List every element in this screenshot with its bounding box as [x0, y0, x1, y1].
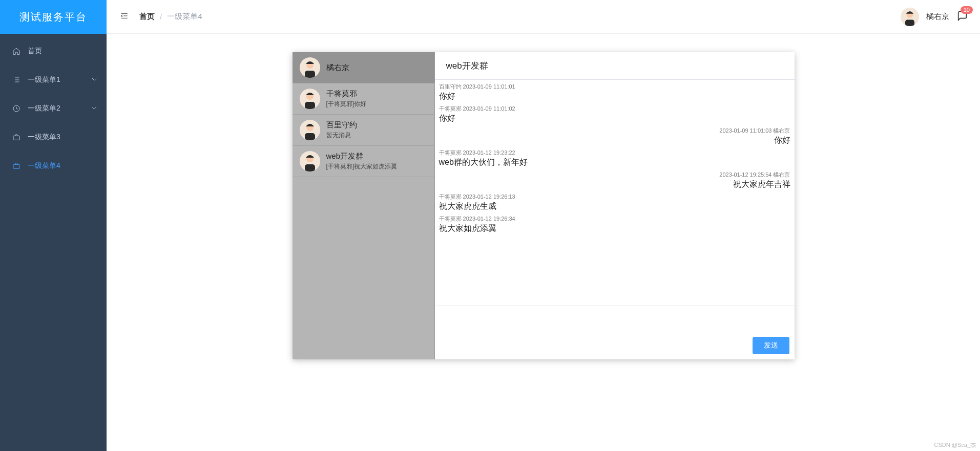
- message-text: 祝大家如虎添翼: [439, 223, 790, 234]
- message-list[interactable]: 百里守约 2023-01-09 11:01:01 你好 干将莫邪 2023-01…: [435, 80, 795, 306]
- svg-rect-23: [305, 102, 315, 109]
- contact-item[interactable]: 百里守约 暂无消息: [293, 115, 434, 146]
- app-logo: 测试服务平台: [0, 0, 107, 34]
- svg-rect-20: [305, 71, 315, 78]
- svg-rect-26: [305, 133, 315, 140]
- message-text: 你好: [439, 135, 790, 146]
- message-meta: 干将莫邪 2023-01-12 19:23:22: [439, 149, 790, 157]
- list-icon: [10, 76, 23, 84]
- avatar-icon: [300, 89, 320, 109]
- breadcrumb: 首页 / 一级菜单4: [139, 12, 202, 22]
- message-text: web群的大伙们，新年好: [439, 157, 790, 168]
- header-username: 橘右京: [926, 12, 949, 22]
- message-meta: 百里守约 2023-01-09 11:01:01: [439, 83, 790, 91]
- avatar-icon: [300, 151, 320, 171]
- contact-preview: [干将莫邪]你好: [326, 100, 367, 109]
- breadcrumb-root[interactable]: 首页: [139, 12, 155, 22]
- message: 干将莫邪 2023-01-12 19:26:13 祝大家虎虎生威: [439, 193, 790, 212]
- messages-button[interactable]: 10: [956, 10, 968, 24]
- sidebar-item-menu1[interactable]: 一级菜单1: [0, 66, 107, 94]
- message-meta: 2023-01-09 11:01:03 橘右京: [439, 127, 790, 135]
- sidebar-menu: 首页 一级菜单1 一级菜单2 一级菜单3 一级菜单4: [0, 34, 107, 451]
- contact-list: 橘右京 干将莫邪 [干将莫邪]你好 百里守约 暂无消息 web开发群 [干将莫邪…: [293, 52, 435, 359]
- sidebar-item-label: 一级菜单2: [28, 104, 60, 113]
- message: 干将莫邪 2023-01-12 19:26:34 祝大家如虎添翼: [439, 215, 790, 234]
- send-button[interactable]: 发送: [753, 337, 789, 354]
- breadcrumb-current: 一级菜单4: [167, 12, 202, 22]
- message: 干将莫邪 2023-01-09 11:01:02 你好: [439, 105, 790, 124]
- svg-rect-29: [305, 164, 315, 171]
- sidebar-item-menu3[interactable]: 一级菜单3: [0, 123, 107, 152]
- sidebar-item-home[interactable]: 首页: [0, 37, 107, 66]
- message-text: 你好: [439, 91, 790, 102]
- message-input[interactable]: [435, 306, 795, 333]
- message-meta: 干将莫邪 2023-01-12 19:26:34: [439, 215, 790, 223]
- svg-rect-8: [13, 164, 19, 168]
- chevron-down-icon: [90, 104, 98, 114]
- message-meta: 干将莫邪 2023-01-09 11:01:02: [439, 105, 790, 113]
- avatar-icon: [300, 57, 320, 78]
- watermark: CSDN @Sca_杰: [934, 441, 976, 449]
- message-meta: 干将莫邪 2023-01-12 19:26:13: [439, 193, 790, 201]
- content: 橘右京 干将莫邪 [干将莫邪]你好 百里守约 暂无消息 web开发群 [干将莫邪…: [107, 34, 980, 451]
- sidebar: 测试服务平台 首页 一级菜单1 一级菜单2 一级菜单3 一级菜单4: [0, 0, 107, 451]
- message-meta: 2023-01-12 19:25:54 橘右京: [439, 171, 790, 179]
- contact-name: 橘右京: [326, 63, 349, 73]
- sidebar-item-label: 一级菜单3: [28, 133, 60, 142]
- clock-icon: [10, 104, 23, 113]
- compose-area: 发送: [435, 306, 795, 359]
- chat-panel: 橘右京 干将莫邪 [干将莫邪]你好 百里守约 暂无消息 web开发群 [干将莫邪…: [293, 52, 795, 359]
- app-title: 测试服务平台: [19, 10, 87, 24]
- contact-name: 干将莫邪: [326, 89, 367, 99]
- chat-title: web开发群: [435, 52, 795, 80]
- contact-preview: 暂无消息: [326, 131, 357, 140]
- message: 2023-01-09 11:01:03 橘右京 你好: [439, 127, 790, 146]
- sidebar-item-menu2[interactable]: 一级菜单2: [0, 94, 107, 123]
- sidebar-item-menu4[interactable]: 一级菜单4: [0, 152, 107, 180]
- breadcrumb-separator: /: [160, 12, 162, 21]
- message: 百里守约 2023-01-09 11:01:01 你好: [439, 83, 790, 102]
- message: 2023-01-12 19:25:54 橘右京 祝大家虎年吉祥: [439, 171, 790, 190]
- message-text: 祝大家虎年吉祥: [439, 179, 790, 190]
- sidebar-item-label: 首页: [28, 47, 42, 56]
- svg-rect-7: [13, 136, 19, 140]
- sidebar-item-label: 一级菜单1: [28, 75, 60, 84]
- contact-preview: [干将莫邪]祝大家如虎添翼: [326, 162, 398, 171]
- header: 首页 / 一级菜单4 橘右京 10: [107, 0, 980, 34]
- home-icon: [10, 47, 23, 55]
- contact-name: 百里守约: [326, 120, 357, 130]
- svg-rect-14: [905, 19, 914, 26]
- contact-name: web开发群: [326, 152, 398, 161]
- main: 首页 / 一级菜单4 橘右京 10 橘右京 干将莫邪 [干将莫邪]你好: [107, 0, 980, 451]
- chat-title-text: web开发群: [446, 60, 488, 72]
- briefcase-icon: [10, 162, 23, 170]
- user-avatar[interactable]: [901, 8, 919, 26]
- message-text: 祝大家虎虎生威: [439, 201, 790, 212]
- message-text: 你好: [439, 113, 790, 124]
- chat-column: web开发群 百里守约 2023-01-09 11:01:01 你好 干将莫邪 …: [435, 52, 795, 359]
- contact-item[interactable]: 干将莫邪 [干将莫邪]你好: [293, 83, 434, 115]
- contact-item[interactable]: 橘右京: [293, 52, 434, 83]
- contact-item[interactable]: web开发群 [干将莫邪]祝大家如虎添翼: [293, 146, 434, 177]
- avatar-icon: [300, 120, 320, 140]
- message: 干将莫邪 2023-01-12 19:23:22 web群的大伙们，新年好: [439, 149, 790, 168]
- chevron-down-icon: [90, 75, 98, 85]
- collapse-sidebar-button[interactable]: [119, 11, 129, 23]
- sidebar-item-label: 一级菜单4: [28, 161, 60, 170]
- messages-badge: 10: [961, 6, 973, 14]
- briefcase-icon: [10, 133, 23, 141]
